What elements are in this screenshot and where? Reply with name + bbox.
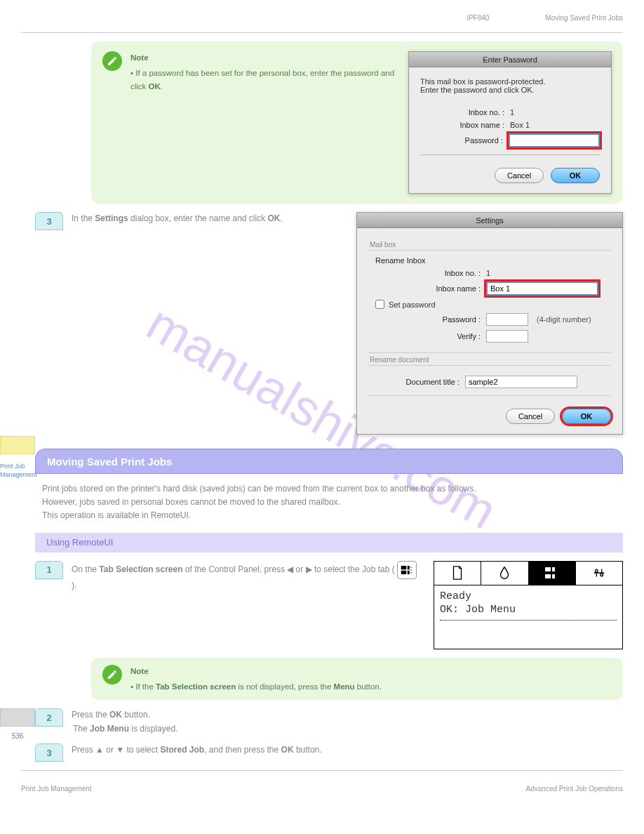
step-number-A: 1 bbox=[35, 561, 63, 579]
dialog1-inboxno-label: Inbox no. : bbox=[420, 108, 504, 117]
sub-heading: Using RemoteUI bbox=[35, 533, 623, 552]
dialog2-cancel-button[interactable]: Cancel bbox=[506, 409, 555, 424]
svg-rect-9 bbox=[552, 567, 555, 571]
pencil-icon-2 bbox=[102, 665, 122, 684]
step-3-text: In the Settings dialog box, enter the na… bbox=[72, 212, 348, 225]
set-password-checkbox-input[interactable] bbox=[375, 300, 384, 309]
dialog1-password-label: Password : bbox=[420, 136, 503, 145]
lcd-dots bbox=[440, 620, 617, 621]
note-label-2: Note bbox=[130, 665, 612, 677]
svg-rect-8 bbox=[545, 574, 551, 578]
svg-rect-2 bbox=[407, 566, 409, 569]
page-header: iPF840 Moving Saved Print Jobs bbox=[21, 14, 623, 22]
dialog1-cancel-button[interactable]: Cancel bbox=[495, 168, 544, 183]
note-line-1: • If a password has been set for the per… bbox=[130, 67, 400, 93]
step-row-3: 3 In the Settings dialog box, enter the … bbox=[35, 212, 623, 435]
note-line-2: • If the Tab Selection screen is not dis… bbox=[130, 680, 612, 693]
lcd-tab-paper-icon bbox=[434, 562, 481, 585]
dialog2-password-input[interactable] bbox=[486, 313, 528, 326]
note-label-1: Note bbox=[130, 51, 400, 64]
section-heading: Moving Saved Print Jobs bbox=[35, 449, 623, 474]
rename-inbox-label: Rename Inbox bbox=[375, 256, 604, 265]
settings-dialog-screenshot: Settings Mail box Rename Inbox Inbox no.… bbox=[356, 212, 623, 435]
step-number-B: 2 bbox=[35, 708, 63, 727]
footer-right: Advanced Print Job Operations bbox=[526, 785, 623, 793]
lcd-screen: Ready OK: Job Menu bbox=[434, 561, 623, 649]
svg-point-5 bbox=[410, 570, 412, 571]
sub-heading-text: Using RemoteUI bbox=[46, 537, 113, 548]
dialog2-title: Settings bbox=[357, 213, 622, 228]
note-text-2: Note • If the Tab Selection screen is no… bbox=[130, 665, 612, 694]
header-title: Moving Saved Print Jobs bbox=[545, 14, 623, 22]
step-number-C: 3 bbox=[35, 743, 63, 762]
svg-rect-0 bbox=[401, 566, 406, 569]
svg-rect-1 bbox=[401, 571, 406, 574]
pencil-icon bbox=[102, 51, 122, 71]
dialog2-inboxno-value: 1 bbox=[486, 269, 490, 277]
dialog1-inboxname-label: Inbox name : bbox=[420, 121, 504, 129]
step-C-text: Press ▲ or ▼ to select Stored Job, and t… bbox=[72, 743, 623, 756]
rename-document-label: Rename document bbox=[370, 356, 611, 364]
note-text-1: Note • If a password has been set for th… bbox=[130, 51, 400, 93]
step-B-text: Press the OK button. The Job Menu is dis… bbox=[72, 708, 623, 735]
step-row-C: 3 Press ▲ or ▼ to select Stored Job, and… bbox=[35, 743, 623, 762]
dialog1-divider bbox=[420, 154, 600, 155]
dialog1-title: Enter Password bbox=[409, 52, 611, 67]
svg-point-4 bbox=[410, 567, 412, 569]
dialog2-ok-button[interactable]: OK bbox=[562, 409, 611, 424]
svg-rect-3 bbox=[407, 571, 409, 574]
step-row-B: 2 Press the OK button. The Job Menu is d… bbox=[35, 708, 623, 735]
four-digit-hint: (4-digit number) bbox=[537, 315, 591, 324]
step-A-text: On the Tab Selection screen of the Contr… bbox=[72, 561, 425, 592]
page-number: 536 bbox=[0, 728, 35, 740]
side-link-1[interactable]: Print Job Management bbox=[0, 443, 45, 479]
dialog2-inboxname-input[interactable] bbox=[486, 282, 598, 296]
section-heading-text: Moving Saved Print Jobs bbox=[47, 456, 172, 468]
footer-left: Print Job Management bbox=[21, 785, 92, 793]
lcd-tab-settings-icon bbox=[576, 562, 622, 585]
dialog1-inboxname-value: Box 1 bbox=[510, 121, 530, 129]
svg-point-12 bbox=[601, 574, 603, 576]
dialog1-msg1: This mail box is password-protected. bbox=[420, 77, 600, 86]
dialog1-password-input[interactable] bbox=[509, 133, 600, 147]
dialog1-inboxno-value: 1 bbox=[510, 108, 514, 117]
job-tab-icon bbox=[397, 561, 417, 579]
footer-divider bbox=[21, 770, 623, 771]
step-number-3: 3 bbox=[35, 212, 63, 230]
page-footer: Print Job Management Advanced Print Job … bbox=[21, 785, 623, 793]
dialog2-verify-input[interactable] bbox=[486, 330, 528, 343]
step-row-A: 1 On the Tab Selection screen of the Con… bbox=[35, 561, 623, 649]
lcd-line1: Ready bbox=[440, 590, 617, 604]
lcd-tab-job-icon bbox=[529, 562, 576, 585]
mailbox-fieldset-label: Mail box bbox=[370, 241, 611, 249]
svg-rect-10 bbox=[552, 574, 555, 578]
dialog2-inboxno-label: Inbox no. : bbox=[375, 269, 481, 277]
dialog2-inboxname-label: Inbox name : bbox=[375, 284, 481, 293]
set-password-label: Set password bbox=[389, 300, 436, 309]
header-divider bbox=[21, 32, 623, 33]
lcd-tab-ink-icon bbox=[481, 562, 528, 585]
svg-point-11 bbox=[595, 569, 598, 572]
dialog2-verify-label: Verify : bbox=[375, 332, 481, 340]
note-box-1: Note • If a password has been set for th… bbox=[91, 41, 623, 204]
note-box-2: Note • If the Tab Selection screen is no… bbox=[91, 658, 623, 701]
dialog1-msg2: Enter the password and click OK. bbox=[420, 86, 600, 94]
set-password-checkbox[interactable]: Set password bbox=[375, 300, 604, 309]
password-dialog-screenshot: Enter Password This mail box is password… bbox=[408, 51, 612, 194]
dialog1-ok-button[interactable]: OK bbox=[551, 168, 600, 183]
header-product: iPF840 bbox=[467, 14, 490, 22]
section-paragraph: Print jobs stored on the printer's hard … bbox=[42, 482, 623, 523]
side-tab-gray bbox=[0, 708, 35, 727]
svg-rect-7 bbox=[545, 567, 551, 571]
dialog2-doctitle-label: Document title : bbox=[375, 378, 459, 386]
svg-point-6 bbox=[410, 572, 412, 574]
lcd-line2: OK: Job Menu bbox=[440, 603, 617, 617]
dialog2-password-label: Password : bbox=[375, 315, 481, 324]
dialog2-doctitle-input[interactable] bbox=[465, 376, 577, 388]
